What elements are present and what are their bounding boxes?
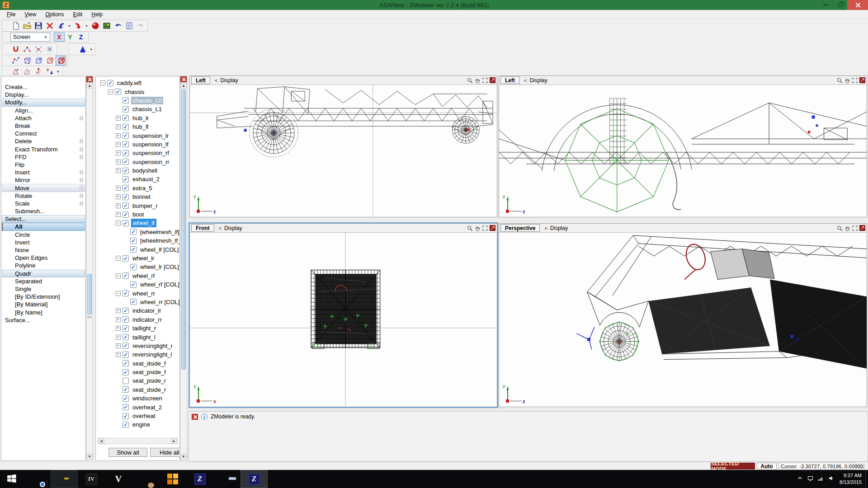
expand-icon[interactable]: + xyxy=(116,326,121,331)
vertex-weld-icon[interactable] xyxy=(33,44,43,54)
tray-display-icon[interactable] xyxy=(807,475,813,483)
tree-item[interactable]: ✓windscreen xyxy=(99,394,179,403)
command-exact-transform[interactable]: Exact Transform xyxy=(1,145,85,153)
pan-hand-icon[interactable] xyxy=(844,77,850,84)
tray-expand-icon[interactable] xyxy=(797,475,803,483)
command-mirror[interactable]: Mirror xyxy=(1,176,85,184)
command-align[interactable]: Align... xyxy=(1,107,85,114)
collapse-icon[interactable]: − xyxy=(116,221,121,225)
collapse-icon[interactable]: − xyxy=(116,291,121,296)
show-desktop-button[interactable] xyxy=(865,470,868,488)
command-break[interactable]: Break xyxy=(1,122,85,130)
drag-grip-icon[interactable] xyxy=(80,186,83,190)
viewport-display-menu[interactable]: Display xyxy=(220,77,238,84)
command-by-material[interactable]: [By Material] xyxy=(1,300,85,308)
tree-item[interactable]: −✓caddy.wft xyxy=(99,79,179,87)
viewport-title-button[interactable]: Left xyxy=(191,76,210,84)
tree-item[interactable]: seat_pside_r xyxy=(99,376,179,385)
close-commands-panel-button[interactable] xyxy=(86,76,93,82)
undo-icon[interactable] xyxy=(113,21,123,31)
tree-item[interactable]: ✓wheel_rr [COL] xyxy=(99,298,179,306)
tree-item[interactable]: +✓suspension_lf xyxy=(99,140,179,149)
visibility-checkbox[interactable]: ✓ xyxy=(123,413,129,419)
visibility-checkbox[interactable]: ✓ xyxy=(123,202,129,209)
visibility-checkbox[interactable]: ✓ xyxy=(123,115,129,121)
visibility-checkbox[interactable]: ✓ xyxy=(130,229,137,235)
viewport-left-top[interactable]: Left < Display xyxy=(189,75,497,217)
close-button[interactable] xyxy=(847,0,868,10)
tree-item[interactable]: −✓wheel_rf xyxy=(99,272,179,280)
tree-item[interactable]: +✓bumper_r xyxy=(99,201,179,210)
minimize-button[interactable] xyxy=(818,0,833,10)
command-insert[interactable]: Insert xyxy=(1,169,85,176)
tree-item[interactable]: ✓wheel_lf [COL] xyxy=(99,245,179,253)
cube-object-level-icon[interactable] xyxy=(56,56,66,66)
command-delete[interactable]: Delete xyxy=(1,137,85,145)
command-invert[interactable]: Invert xyxy=(1,239,85,246)
tree-item[interactable]: +✓suspension_rf xyxy=(99,149,179,157)
command-display[interactable]: Display... xyxy=(1,91,85,99)
tree-item[interactable]: ✓overheat xyxy=(99,412,179,420)
visibility-checkbox[interactable]: ✓ xyxy=(123,220,129,226)
expand-icon[interactable]: + xyxy=(116,186,121,191)
menu-file[interactable]: File xyxy=(3,10,19,19)
visibility-checkbox[interactable]: ✓ xyxy=(123,150,129,156)
visibility-checkbox[interactable]: ✓ xyxy=(123,272,129,279)
command-quadr[interactable]: Quadr xyxy=(1,270,85,277)
command-attach[interactable]: Attach xyxy=(1,114,85,122)
tree-item[interactable]: ✓chassis_L1 xyxy=(99,105,179,113)
visibility-checkbox[interactable]: ✓ xyxy=(123,308,129,314)
viewport-canvas[interactable]: y z xyxy=(499,233,867,407)
openiv-taskbar-button[interactable] xyxy=(159,470,186,488)
close-tree-panel-button[interactable] xyxy=(180,76,187,82)
viewport-back-arrow[interactable]: < xyxy=(524,78,527,83)
viewport-front[interactable]: Front < Display xyxy=(189,223,497,407)
log-window-icon[interactable] xyxy=(124,21,134,31)
tree-item[interactable]: −✓wheel_rr xyxy=(99,289,179,297)
tree-item[interactable]: ✓[wheelmesh_lf] xyxy=(99,228,179,236)
command-by-id-extension[interactable]: [By ID/Extension] xyxy=(1,293,85,300)
drag-grip-icon[interactable] xyxy=(80,178,83,182)
tree-item[interactable]: +✓extra_5 xyxy=(99,184,179,192)
view-mode-combobox[interactable]: Screen ▼ xyxy=(10,33,50,42)
menu-view[interactable]: View xyxy=(20,10,40,19)
menu-options[interactable]: Options xyxy=(41,10,68,19)
ape-taskbar-button[interactable] xyxy=(132,470,159,488)
command-modify[interactable]: Modify... xyxy=(1,99,85,106)
expand-icon[interactable]: + xyxy=(116,194,121,199)
command-open-edges[interactable]: Open Edges xyxy=(1,254,85,262)
polyline-level-icon[interactable] xyxy=(10,56,21,66)
viewport-left-top-right[interactable]: Left < Display xyxy=(499,75,867,217)
visibility-checkbox[interactable]: ✓ xyxy=(123,255,129,262)
command-flip[interactable]: Flip xyxy=(1,161,85,169)
visibility-checkbox[interactable]: ✓ xyxy=(123,97,129,103)
tree-item[interactable]: −✓chassis xyxy=(99,87,179,96)
visibility-checkbox[interactable]: ✓ xyxy=(123,404,129,410)
tree-item[interactable]: ✓seat_pside_f xyxy=(99,368,179,376)
visibility-checkbox[interactable]: ✓ xyxy=(123,395,129,402)
zmodeler2-taskbar-button[interactable]: Z xyxy=(241,470,268,488)
viewport-flag-icon[interactable] xyxy=(859,225,865,231)
visibility-checkbox[interactable]: ✓ xyxy=(123,290,129,296)
menu-edit[interactable]: Edit xyxy=(69,10,87,19)
maximize-view-icon[interactable] xyxy=(852,225,858,231)
vertex-move-icon[interactable] xyxy=(22,44,32,54)
grid-snap-icon[interactable] xyxy=(44,44,55,54)
start-taskbar-button[interactable] xyxy=(0,470,24,488)
maximize-view-icon[interactable] xyxy=(482,77,488,84)
scroll-right-icon[interactable]: ► xyxy=(171,438,177,444)
viewport-title-button[interactable]: Perspective xyxy=(500,224,540,232)
command-ffd[interactable]: FFD xyxy=(1,153,85,161)
tree-item[interactable]: +✓bodyshell xyxy=(99,166,179,175)
tree-item[interactable]: +✓indicator_rr xyxy=(99,315,179,324)
visibility-checkbox[interactable]: ✓ xyxy=(123,360,129,366)
command-none[interactable]: None xyxy=(1,246,85,254)
dropdown-caret[interactable]: ▾ xyxy=(84,21,89,31)
visibility-checkbox[interactable]: ✓ xyxy=(130,282,137,288)
drag-grip-icon[interactable] xyxy=(80,147,83,151)
printer-app-taskbar-button[interactable] xyxy=(213,470,241,488)
import-icon[interactable] xyxy=(56,21,66,31)
visibility-checkbox[interactable]: ✓ xyxy=(123,185,129,191)
commands-panel-scrollbar[interactable]: ▲ ▼ xyxy=(86,75,93,461)
command-rotate[interactable]: Rotate xyxy=(1,192,85,200)
